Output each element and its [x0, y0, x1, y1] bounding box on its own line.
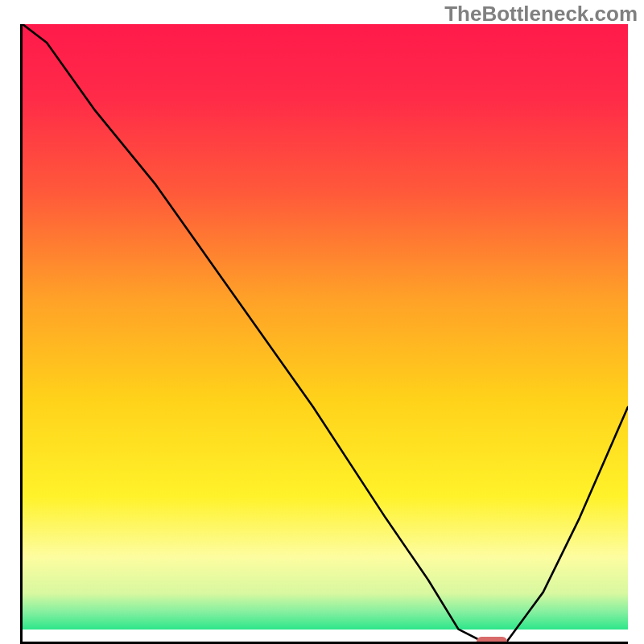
chart-container: TheBottleneck.com [0, 0, 644, 644]
watermark-text: TheBottleneck.com [444, 2, 638, 27]
plot-area [20, 24, 628, 644]
curve-layer [23, 24, 628, 642]
bottleneck-curve [23, 24, 628, 642]
optimal-range-marker [477, 637, 507, 644]
